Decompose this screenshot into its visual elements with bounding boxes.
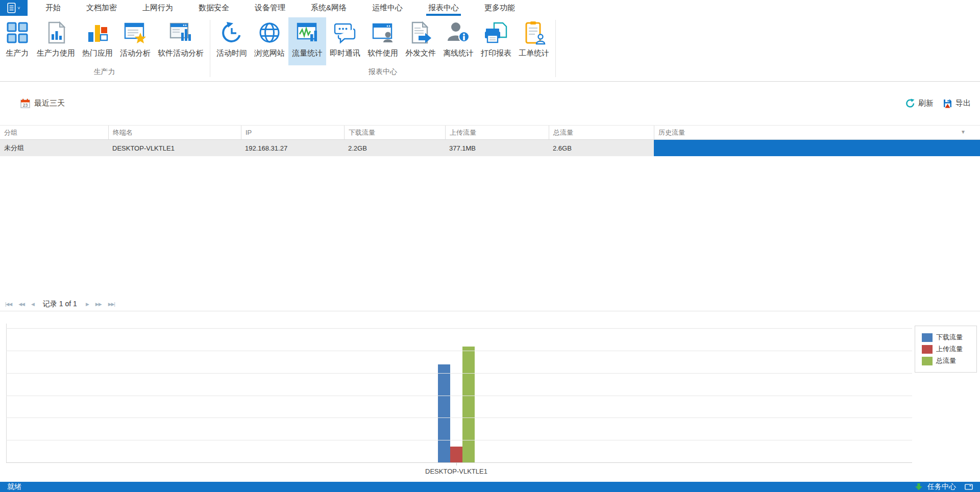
legend-label: 下载流量: [936, 333, 963, 342]
chart-bar-2: [462, 347, 475, 463]
chart-bar-0: [438, 364, 450, 463]
statusbar: 就绪 任务中心: [0, 482, 980, 492]
ribbon-item-productivity-usage[interactable]: 生产力使用: [33, 17, 79, 65]
filterbar: 23 最近三天 刷新: [0, 82, 980, 125]
ribbon-item-top-apps[interactable]: 热门应用: [79, 17, 116, 65]
ribbon-item-activity-analysis[interactable]: 活动分析: [116, 17, 154, 65]
ribbon-item-software-activity-analysis[interactable]: 软件活动分析: [154, 17, 207, 65]
cell-total: 2.6GB: [549, 140, 654, 156]
toolbar-actions: 刷新 导出: [905, 99, 971, 108]
app-window: ˅ 开始 文档加密 上网行为 数据安全 设备管理 系统&网络 运维中心 报表中心…: [0, 0, 980, 492]
column-header-total[interactable]: 总流量: [549, 126, 654, 139]
fast-prev-page-button[interactable]: ◀◀: [18, 302, 24, 307]
date-range-filter[interactable]: 23 最近三天: [20, 99, 65, 108]
ribbon-item-label: 离线统计: [443, 48, 474, 58]
legend-swatch: [922, 333, 933, 342]
record-count-label: 记录 1 of 1: [43, 300, 77, 309]
first-page-button[interactable]: |◀◀: [5, 302, 12, 307]
fast-next-page-button[interactable]: ▶▶: [95, 302, 102, 307]
legend-item-upload: 上传流量: [922, 345, 976, 354]
activity-analysis-icon: [123, 20, 148, 45]
tab-system-network[interactable]: 系统&网络: [310, 0, 348, 16]
app-menu-icon: [7, 3, 16, 13]
ribbon-item-print-report[interactable]: 打印报表: [477, 17, 515, 65]
instant-message-icon: [333, 20, 357, 45]
column-header-upload[interactable]: 上传流量: [445, 126, 549, 139]
next-page-button[interactable]: ▶: [86, 302, 89, 307]
ribbon-group-label: 报表中心: [213, 65, 553, 81]
chart-category-label: DESKTOP-VLKTLE1: [405, 468, 507, 475]
task-window-icon[interactable]: [965, 483, 973, 491]
tab-ops-center[interactable]: 运维中心: [371, 0, 404, 16]
table-row[interactable]: 未分组 DESKTOP-VLKTLE1 192.168.31.27 2.2GB …: [0, 140, 980, 156]
tab-start[interactable]: 开始: [44, 0, 62, 16]
task-center-button[interactable]: 任务中心: [927, 482, 956, 491]
chart-legend: 下载流量 上传流量 总流量: [915, 326, 977, 373]
offline-stats-icon: [446, 20, 471, 45]
prev-page-button[interactable]: ◀: [31, 302, 34, 307]
cell-terminal: DESKTOP-VLKTLE1: [108, 140, 241, 156]
pagination-bar: |◀◀ ◀◀ ◀ 记录 1 of 1 ▶ ▶▶ ▶▶|: [0, 298, 980, 311]
ribbon-item-browse-websites[interactable]: 浏览网站: [251, 17, 288, 65]
refresh-button[interactable]: 刷新: [905, 99, 934, 108]
cell-ip: 192.168.31.27: [241, 140, 344, 156]
cell-group: 未分组: [0, 140, 108, 156]
ribbon-item-ticket-stats[interactable]: 工单统计: [515, 17, 553, 65]
bar-group: [438, 347, 475, 463]
app-menu-button[interactable]: ˅: [0, 0, 28, 16]
tab-more-features[interactable]: 更多功能: [483, 0, 516, 16]
chart-bar-1: [450, 447, 462, 463]
tab-web-behavior[interactable]: 上网行为: [141, 0, 174, 16]
column-header-ip[interactable]: IP: [241, 126, 344, 139]
software-usage-icon: [371, 20, 395, 45]
print-report-icon: [484, 20, 508, 45]
statusbar-right: 任务中心: [915, 482, 973, 491]
ribbon-item-activity-time[interactable]: 活动时间: [213, 17, 251, 65]
tab-device-management[interactable]: 设备管理: [254, 0, 286, 16]
column-header-download[interactable]: 下载流量: [344, 126, 445, 139]
top-apps-icon: [85, 20, 110, 45]
chart-baseline: [6, 462, 912, 463]
ribbon-item-label: 活动时间: [216, 48, 247, 58]
menubar: ˅ 开始 文档加密 上网行为 数据安全 设备管理 系统&网络 运维中心 报表中心…: [0, 0, 980, 16]
last-page-button[interactable]: ▶▶|: [108, 302, 115, 307]
ribbon-group-divider: [555, 20, 556, 77]
column-header-terminal[interactable]: 终端名: [108, 126, 241, 139]
ribbon-item-label: 热门应用: [82, 48, 113, 58]
ribbon-item-label: 生产力使用: [37, 48, 75, 58]
browse-web-icon: [257, 20, 282, 45]
legend-label: 上传流量: [936, 345, 963, 354]
table-header: 分组 终端名 IP 下载流量 上传流量 总流量 历史流量 ▼: [0, 125, 980, 140]
chart-x-tick: [456, 463, 457, 465]
ribbon-item-offline-stats[interactable]: 离线统计: [439, 17, 477, 65]
calendar-day: 23: [23, 103, 28, 108]
ribbon-item-productivity[interactable]: 生产力: [2, 17, 33, 65]
ribbon-item-label: 打印报表: [481, 48, 511, 58]
tab-data-security[interactable]: 数据安全: [198, 0, 230, 16]
ribbon-item-label: 浏览网站: [254, 48, 285, 58]
ribbon-item-instant-messaging[interactable]: 即时通讯: [326, 17, 364, 65]
cell-download: 2.2GB: [344, 140, 445, 156]
ribbon-item-outgoing-files[interactable]: 外发文件: [402, 17, 439, 65]
column-filter-dropdown-icon[interactable]: ▼: [961, 129, 966, 135]
refresh-icon: [905, 99, 915, 108]
menu-tabs: 开始 文档加密 上网行为 数据安全 设备管理 系统&网络 运维中心 报表中心 更…: [44, 0, 516, 16]
tab-report-center[interactable]: 报表中心: [427, 0, 460, 16]
column-header-group[interactable]: 分组: [0, 126, 108, 139]
download-arrow-icon: [915, 483, 923, 491]
outgoing-files-icon: [408, 20, 433, 45]
legend-item-total: 总流量: [922, 356, 976, 365]
chart-gridline: [6, 328, 912, 329]
chart-gridline: [6, 417, 912, 418]
ribbon-group-productivity: 生产力 生产力使用: [0, 16, 209, 81]
column-header-history[interactable]: 历史流量: [654, 126, 980, 139]
tab-document-encryption[interactable]: 文档加密: [85, 0, 118, 16]
ribbon-item-traffic-stats[interactable]: 流量统计: [288, 17, 326, 65]
refresh-label: 刷新: [918, 99, 934, 108]
legend-item-download: 下载流量: [922, 333, 976, 342]
traffic-bar-chart: DESKTOP-VLKTLE1 下载流量 上传流量 总流量: [0, 311, 980, 482]
ribbon-item-label: 软件活动分析: [158, 48, 204, 58]
ribbon-item-software-usage[interactable]: 软件使用: [364, 17, 402, 65]
export-button[interactable]: 导出: [943, 99, 971, 108]
legend-swatch: [922, 345, 933, 354]
